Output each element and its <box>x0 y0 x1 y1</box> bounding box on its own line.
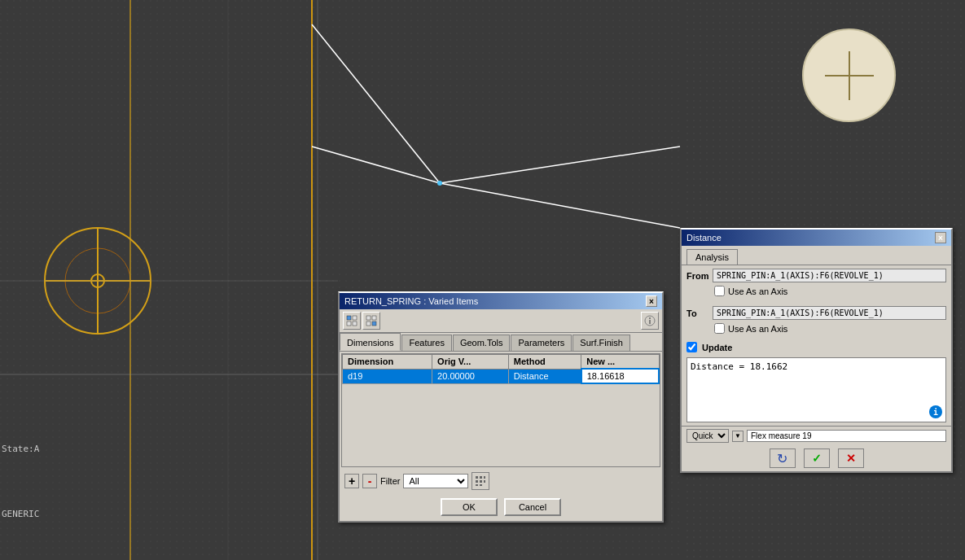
svg-rect-39 <box>476 484 478 486</box>
svg-rect-22 <box>347 316 351 320</box>
tab-dimensions[interactable]: Dimensions <box>340 333 401 351</box>
update-row: Update <box>682 340 951 354</box>
to-axis-label: Use As an Axis <box>728 324 787 334</box>
add-button[interactable]: + <box>344 474 359 488</box>
distance-from-section: From SPRING_PIN:A_1(AXIS):F6(REVOLVE_1) … <box>682 265 951 303</box>
tab-analysis[interactable]: Analysis <box>686 249 738 265</box>
svg-rect-34 <box>480 476 482 479</box>
tab-parameters[interactable]: Parameters <box>511 335 572 351</box>
distance-result-area: Distance = 18.1662 i <box>686 357 946 422</box>
spring-dialog-titlebar: RETURN_SPRING : Varied Items × <box>340 293 662 309</box>
cell-new-v[interactable]: 18.16618 <box>581 369 659 383</box>
distance-close-button[interactable]: × <box>935 232 946 243</box>
state-label: State:A <box>2 444 39 454</box>
flex-measure-input[interactable] <box>747 430 946 442</box>
from-field: SPRING_PIN:A_1(AXIS):F6(REVOLVE_1) <box>713 269 946 282</box>
svg-rect-28 <box>366 322 371 326</box>
from-row: From SPRING_PIN:A_1(AXIS):F6(REVOLVE_1) <box>686 269 946 282</box>
svg-rect-26 <box>366 316 371 320</box>
confirm-button[interactable]: ✓ <box>804 448 830 468</box>
distance-tabs: Analysis <box>682 246 951 265</box>
svg-rect-29 <box>372 322 376 326</box>
svg-rect-25 <box>353 322 357 326</box>
confirm-icon: ✓ <box>812 452 822 465</box>
from-axis-checkbox[interactable] <box>714 286 725 296</box>
col-dimension: Dimension <box>343 355 432 370</box>
to-field: SPRING_PIN:A_1(AXIS):F6(REVOLVE_1) <box>713 306 946 320</box>
view-btn-2[interactable] <box>362 312 380 330</box>
svg-rect-36 <box>476 480 478 483</box>
right-crosshair-circle <box>802 28 896 122</box>
from-axis-label: Use As an Axis <box>728 287 787 296</box>
quick-arrow-button[interactable]: ▼ <box>732 431 743 442</box>
col-method: Method <box>508 355 581 370</box>
to-row: To SPRING_PIN:A_1(AXIS):F6(REVOLVE_1) <box>686 306 946 320</box>
svg-rect-40 <box>480 484 482 486</box>
info-icon: i <box>929 405 942 418</box>
cancel-button[interactable]: Cancel <box>504 498 561 516</box>
tab-geomtols[interactable]: Geom.Tols <box>453 335 511 351</box>
spring-bottom-toolbar: + - Filter All <box>340 469 662 493</box>
from-label: From <box>686 271 709 281</box>
spring-dialog-close-button[interactable]: × <box>646 295 657 307</box>
remove-button[interactable]: - <box>362 474 377 488</box>
col-orig-v: Orig V... <box>432 355 509 370</box>
view-btn-1[interactable] <box>343 312 361 330</box>
table-row[interactable]: d19 20.00000 Distance 18.16618 <box>343 369 660 383</box>
filter-label: Filter <box>380 476 400 486</box>
quick-select[interactable]: Quick <box>686 429 729 443</box>
cancel-x-icon: ✕ <box>846 452 856 465</box>
svg-rect-38 <box>484 480 485 483</box>
spring-action-buttons: OK Cancel <box>340 493 662 521</box>
svg-rect-27 <box>372 316 376 320</box>
spring-table: Dimension Orig V... Method New ... d19 2… <box>342 354 660 384</box>
info-toolbar-btn[interactable] <box>641 312 659 330</box>
distance-result-text: Distance = 18.1662 <box>691 361 787 372</box>
distance-titlebar: Distance × <box>682 230 951 246</box>
cell-dimension: d19 <box>343 369 432 383</box>
generic-label: GENERIC <box>2 509 39 519</box>
to-axis-row: Use As an Axis <box>686 323 946 334</box>
svg-rect-23 <box>353 316 357 320</box>
svg-point-10 <box>437 181 442 186</box>
svg-rect-35 <box>484 476 485 479</box>
svg-rect-24 <box>347 322 351 326</box>
cell-orig-v: 20.00000 <box>432 369 509 383</box>
to-label: To <box>686 308 709 318</box>
spring-dialog-toolbar <box>340 309 662 333</box>
filter-select[interactable]: All <box>403 474 468 488</box>
svg-rect-33 <box>476 476 478 479</box>
distance-bottom-toolbar: Quick ▼ <box>682 426 951 445</box>
tab-surffinish[interactable]: Surf.Finish <box>572 335 630 351</box>
toolbar-left <box>343 312 380 330</box>
update-checkbox[interactable] <box>686 342 697 352</box>
distance-to-section: To SPRING_PIN:A_1(AXIS):F6(REVOLVE_1) Us… <box>682 303 951 340</box>
svg-rect-37 <box>480 480 482 483</box>
ok-button[interactable]: OK <box>441 498 498 516</box>
distance-action-buttons: ↻ ✓ ✕ <box>682 445 951 471</box>
distance-title: Distance <box>686 233 722 243</box>
cancel-x-button[interactable]: ✕ <box>838 448 864 468</box>
col-new: New ... <box>581 355 659 370</box>
from-axis-row: Use As an Axis <box>686 286 946 296</box>
distance-dialog: Distance × Analysis From SPRING_PIN:A_1(… <box>680 228 953 473</box>
spring-dialog: RETURN_SPRING : Varied Items × Dimension… <box>338 291 664 523</box>
spring-dialog-title: RETURN_SPRING : Varied Items <box>344 296 478 306</box>
to-axis-checkbox[interactable] <box>714 323 725 334</box>
refresh-icon: ↻ <box>777 451 787 466</box>
grid-button[interactable] <box>472 472 489 490</box>
refresh-button[interactable]: ↻ <box>770 448 796 468</box>
update-label: Update <box>702 343 732 352</box>
tab-features[interactable]: Features <box>401 335 451 351</box>
cell-method: Distance <box>508 369 581 383</box>
spring-tabs: Dimensions Features Geom.Tols Parameters… <box>340 333 662 352</box>
spring-table-container: Dimension Orig V... Method New ... d19 2… <box>341 353 660 467</box>
